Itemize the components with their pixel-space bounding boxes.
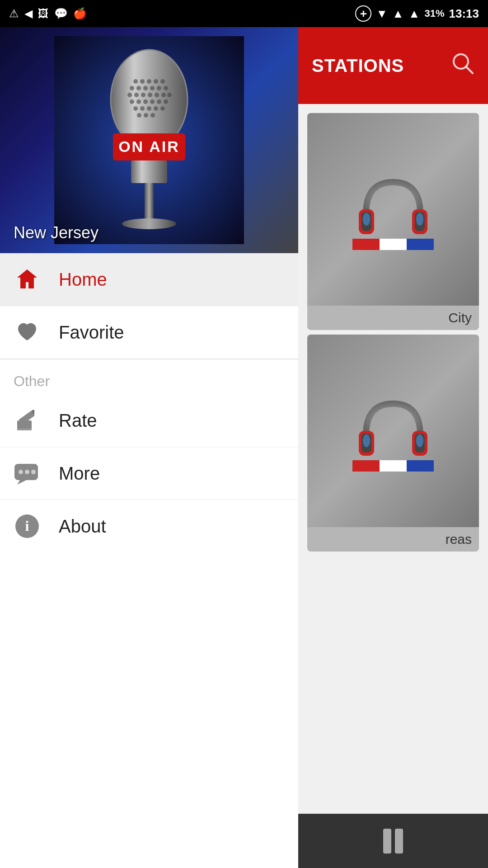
menu-section: Home Favorite Other	[0, 253, 298, 868]
back-icon[interactable]: ◀	[24, 7, 33, 20]
svg-point-27	[140, 106, 145, 111]
svg-rect-36	[131, 160, 167, 183]
battery-indicator: 31%	[424, 8, 444, 19]
clock: 13:13	[449, 7, 479, 21]
svg-point-14	[134, 93, 139, 97]
pause-bar-right	[395, 829, 403, 854]
svg-point-21	[136, 99, 141, 104]
headphone-icon-1	[352, 169, 434, 250]
search-icon[interactable]	[451, 52, 474, 80]
other-section-label: Other	[0, 359, 298, 394]
svg-point-25	[164, 99, 168, 104]
svg-point-20	[130, 99, 134, 104]
svg-point-10	[150, 86, 155, 90]
svg-point-57	[416, 213, 423, 226]
svg-text:i: i	[25, 518, 29, 534]
menu-item-rate[interactable]: Rate	[0, 394, 298, 447]
headphone-icon-2	[352, 390, 434, 472]
svg-point-38	[122, 218, 176, 229]
station-card-1-label: City	[307, 306, 479, 330]
svg-point-3	[140, 79, 145, 84]
status-bar: ⚠ ◀ 🖼 💬 🍎 + ▼ ▲ ▲ 31% 13:13	[0, 0, 488, 27]
home-icon	[14, 266, 41, 293]
station-card-1-image	[307, 113, 479, 306]
status-bar-left: ⚠ ◀ 🖼 💬 🍎	[9, 7, 87, 20]
svg-point-2	[133, 79, 138, 84]
svg-rect-60	[380, 239, 407, 250]
message-icon: 💬	[54, 7, 68, 20]
svg-point-11	[157, 86, 161, 90]
svg-point-33	[150, 113, 155, 118]
home-label: Home	[59, 269, 107, 290]
svg-point-24	[157, 99, 161, 104]
signal-icon: ▲	[392, 7, 404, 21]
svg-rect-42	[17, 429, 32, 430]
photo-icon: 🖼	[38, 7, 49, 20]
more-label: More	[59, 463, 100, 484]
sidebar: ON AIR New Jersey	[0, 27, 298, 868]
svg-rect-61	[407, 239, 434, 250]
svg-point-18	[161, 93, 166, 97]
right-panel: STATIONS	[298, 27, 488, 868]
svg-point-30	[160, 106, 165, 111]
svg-point-23	[150, 99, 155, 104]
svg-point-6	[160, 79, 165, 84]
mic-container: ON AIR	[0, 27, 298, 253]
svg-point-56	[363, 213, 370, 226]
svg-line-51	[466, 66, 473, 73]
microphone-svg: ON AIR	[54, 36, 244, 244]
svg-point-4	[147, 79, 151, 84]
pause-button[interactable]	[383, 829, 403, 854]
svg-point-67	[416, 434, 423, 447]
svg-point-29	[154, 106, 158, 111]
main-container: ON AIR New Jersey	[0, 27, 488, 868]
svg-point-12	[164, 86, 168, 90]
svg-point-16	[148, 93, 152, 97]
status-bar-right: + ▼ ▲ ▲ 31% 13:13	[355, 5, 479, 22]
wifi-icon: ▼	[376, 7, 388, 21]
svg-rect-59	[352, 239, 380, 250]
location-label: New Jersey	[14, 223, 99, 242]
menu-item-home[interactable]: Home	[0, 253, 298, 306]
heart-icon	[14, 319, 41, 346]
svg-point-9	[143, 86, 148, 90]
svg-point-19	[167, 93, 172, 97]
svg-rect-70	[407, 460, 434, 472]
svg-rect-37	[145, 183, 154, 224]
svg-text:ON AIR: ON AIR	[118, 138, 180, 155]
menu-item-about[interactable]: i About	[0, 500, 298, 552]
svg-point-26	[133, 106, 138, 111]
signal2-icon: ▲	[408, 7, 420, 21]
svg-rect-69	[380, 460, 407, 472]
hero-banner: ON AIR New Jersey	[0, 27, 298, 253]
more-icon	[14, 460, 41, 487]
station-card-2-image	[307, 335, 479, 527]
station-card-2[interactable]: reas	[307, 335, 479, 552]
svg-point-7	[130, 86, 134, 90]
svg-point-28	[147, 106, 151, 111]
svg-point-66	[363, 434, 370, 447]
svg-point-17	[155, 93, 159, 97]
svg-point-47	[31, 470, 36, 474]
svg-point-5	[154, 79, 158, 84]
svg-point-15	[141, 93, 145, 97]
svg-point-22	[143, 99, 148, 104]
svg-point-8	[136, 86, 141, 90]
svg-point-31	[137, 113, 141, 118]
menu-item-favorite[interactable]: Favorite	[0, 306, 298, 359]
pause-bar-left	[383, 829, 391, 854]
svg-point-45	[19, 470, 23, 474]
rate-icon	[14, 407, 41, 434]
favorite-label: Favorite	[59, 322, 124, 343]
menu-item-more[interactable]: More	[0, 447, 298, 500]
notification-icon: ⚠	[9, 7, 19, 20]
right-header: STATIONS	[298, 27, 488, 104]
svg-point-46	[25, 470, 29, 474]
station-card-1[interactable]: City	[307, 113, 479, 330]
about-icon: i	[14, 513, 41, 540]
svg-marker-44	[17, 480, 26, 485]
android-icon: 🍎	[73, 7, 87, 20]
bottom-player[interactable]	[298, 814, 488, 868]
about-label: About	[59, 516, 106, 537]
right-header-title: STATIONS	[312, 56, 404, 76]
